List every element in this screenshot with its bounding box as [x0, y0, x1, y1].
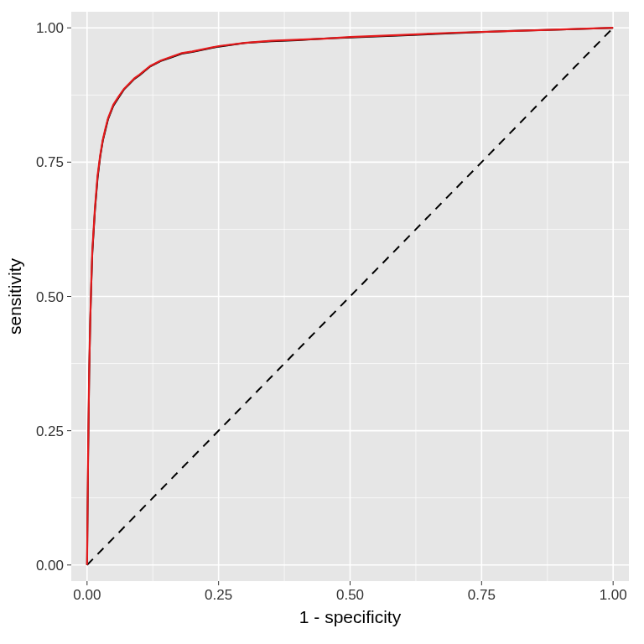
x-tick-label: 0.75 [468, 587, 496, 603]
x-axis-ticks [87, 581, 613, 585]
x-axis-title: 1 - specificity [299, 607, 402, 626]
x-tick-label: 0.00 [73, 587, 101, 603]
y-tick-label: 0.50 [36, 289, 64, 305]
x-tick-label: 0.50 [336, 587, 364, 603]
y-tick-label: 0.00 [36, 558, 64, 574]
x-axis-tick-labels: 0.000.250.500.751.00 [73, 587, 626, 603]
y-tick-label: 0.25 [36, 423, 64, 439]
x-tick-label: 1.00 [600, 587, 627, 603]
y-tick-label: 1.00 [36, 20, 64, 36]
y-axis-title: sensitivity [5, 257, 24, 335]
y-axis-tick-labels: 0.000.250.500.751.00 [36, 20, 64, 574]
roc-chart: 0.000.250.500.751.00 0.000.250.500.751.0… [0, 0, 644, 644]
y-tick-label: 0.75 [36, 154, 64, 170]
x-tick-label: 0.25 [205, 587, 232, 603]
chart-svg: 0.000.250.500.751.00 0.000.250.500.751.0… [0, 0, 644, 644]
y-axis-ticks [67, 28, 71, 565]
